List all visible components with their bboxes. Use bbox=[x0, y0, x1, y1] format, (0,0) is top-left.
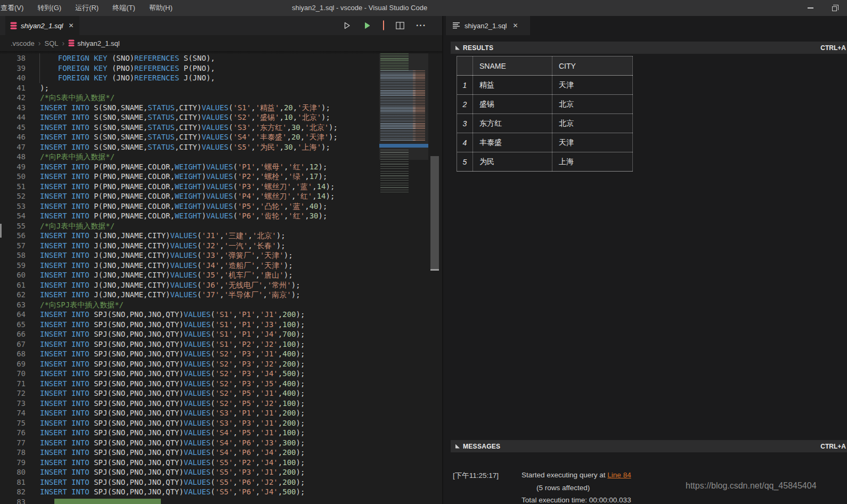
code-line[interactable]: 65INSERT INTO SPJ(SNO,PNO,JNO,QTY)VALUES… bbox=[0, 320, 338, 330]
cancel-query-button[interactable] bbox=[383, 21, 384, 30]
column-header[interactable] bbox=[457, 56, 473, 76]
code-line[interactable]: 62INSERT INTO J(JNO,JNAME,CITY)VALUES('J… bbox=[0, 290, 338, 300]
row-number-cell[interactable]: 2 bbox=[457, 95, 473, 114]
code-text: /*向SPJ表中插入数据*/ bbox=[40, 300, 124, 310]
table-row[interactable]: 3东方红北京 bbox=[457, 114, 633, 133]
column-header[interactable]: CITY bbox=[552, 56, 633, 76]
execute-button[interactable] bbox=[363, 21, 371, 30]
table-cell-city[interactable]: 北京 bbox=[552, 114, 633, 133]
code-line[interactable]: 45INSERT INTO S(SNO,SNAME,STATUS,CITY)VA… bbox=[0, 123, 338, 133]
editor-scrollbar[interactable] bbox=[429, 53, 440, 504]
menu-item[interactable]: 帮助(H) bbox=[142, 0, 180, 16]
table-cell-sname[interactable]: 丰泰盛 bbox=[473, 133, 552, 152]
code-line[interactable]: 72INSERT INTO SPJ(SNO,PNO,JNO,QTY)VALUES… bbox=[0, 388, 338, 399]
code-line[interactable]: 83 bbox=[0, 497, 338, 504]
row-number-cell[interactable]: 5 bbox=[457, 152, 473, 172]
table-cell-sname[interactable]: 盛锡 bbox=[473, 95, 552, 114]
code-line[interactable]: 56INSERT INTO J(JNO,JNAME,CITY)VALUES('J… bbox=[0, 231, 338, 241]
table-cell-city[interactable]: 天津 bbox=[552, 133, 633, 152]
code-line[interactable]: 44INSERT INTO S(SNO,SNAME,STATUS,CITY)VA… bbox=[0, 112, 338, 123]
code-line[interactable]: 60INSERT INTO J(JNO,JNAME,CITY)VALUES('J… bbox=[0, 270, 338, 280]
code-line[interactable]: 58INSERT INTO J(JNO,JNAME,CITY)VALUES('J… bbox=[0, 250, 338, 261]
more-actions-button[interactable]: ··· bbox=[416, 23, 426, 28]
row-number-cell[interactable]: 1 bbox=[457, 76, 473, 95]
code-text: INSERT INTO SPJ(SNO,PNO,JNO,QTY)VALUES('… bbox=[40, 458, 305, 468]
code-line[interactable]: 82INSERT INTO SPJ(SNO,PNO,JNO,QTY)VALUES… bbox=[0, 487, 338, 497]
code-line[interactable]: 40 FOREIGN KEY (JNO)REFERENCES J(JNO), bbox=[0, 73, 338, 83]
table-row[interactable]: 2盛锡北京 bbox=[457, 95, 633, 114]
scrollbar-thumb[interactable] bbox=[430, 156, 439, 269]
code-line[interactable]: 66INSERT INTO SPJ(SNO,PNO,JNO,QTY)VALUES… bbox=[0, 329, 338, 339]
code-line[interactable]: 59INSERT INTO J(JNO,JNAME,CITY)VALUES('J… bbox=[0, 261, 338, 271]
minimap[interactable] bbox=[379, 53, 428, 195]
tab-close-icon[interactable]: ✕ bbox=[69, 22, 74, 29]
minimize-icon bbox=[808, 7, 813, 8]
row-number-cell[interactable]: 4 bbox=[457, 133, 473, 152]
code-line[interactable]: 67INSERT INTO SPJ(SNO,PNO,JNO,QTY)VALUES… bbox=[0, 339, 338, 349]
editor-tab[interactable]: shiyan2_1.sql ✕ bbox=[5, 16, 79, 35]
run-query-button[interactable] bbox=[343, 21, 351, 30]
code-line[interactable]: 69INSERT INTO SPJ(SNO,PNO,JNO,QTY)VALUES… bbox=[0, 359, 338, 369]
table-row[interactable]: 4丰泰盛天津 bbox=[457, 133, 633, 152]
code-line[interactable]: 79INSERT INTO SPJ(SNO,PNO,JNO,QTY)VALUES… bbox=[0, 458, 338, 468]
code-line[interactable]: 73INSERT INTO SPJ(SNO,PNO,JNO,QTY)VALUES… bbox=[0, 399, 338, 409]
table-row[interactable]: 1精益天津 bbox=[457, 76, 633, 95]
restore-button[interactable] bbox=[822, 0, 847, 16]
code-line[interactable]: 64INSERT INTO SPJ(SNO,PNO,JNO,QTY)VALUES… bbox=[0, 310, 338, 320]
breadcrumb-item[interactable]: SQL bbox=[44, 39, 58, 47]
code-line[interactable]: 80INSERT INTO SPJ(SNO,PNO,JNO,QTY)VALUES… bbox=[0, 467, 338, 477]
menu-item[interactable]: 运行(R) bbox=[68, 0, 105, 16]
table-cell-city[interactable]: 天津 bbox=[552, 76, 633, 95]
code-line[interactable]: 50INSERT INTO P(PNO,PNAME,COLOR,WEIGHT)V… bbox=[0, 172, 338, 182]
code-line[interactable]: 41); bbox=[0, 83, 338, 93]
menu-item[interactable]: 查看(V) bbox=[0, 0, 30, 16]
code-line[interactable]: 63/*向SPJ表中插入数据*/ bbox=[0, 300, 338, 310]
code-line[interactable]: 78INSERT INTO SPJ(SNO,PNO,JNO,QTY)VALUES… bbox=[0, 448, 338, 458]
code-line[interactable]: 42/*向S表中插入数据*/ bbox=[0, 93, 338, 103]
code-editor[interactable]: 38 FOREIGN KEY (SNO)REFERENCES S(SNO),39… bbox=[0, 51, 442, 504]
menu-item[interactable]: 终端(T) bbox=[105, 0, 142, 16]
code-line[interactable]: 39 FOREIGN KEY (PNO)REFERENCES P(PNO), bbox=[0, 63, 338, 74]
table-cell-sname[interactable]: 精益 bbox=[473, 76, 552, 95]
code-line[interactable]: 49INSERT INTO P(PNO,PNAME,COLOR,WEIGHT)V… bbox=[0, 162, 338, 172]
code-line[interactable]: 68INSERT INTO SPJ(SNO,PNO,JNO,QTY)VALUES… bbox=[0, 349, 338, 359]
line-84-link[interactable]: Line 84 bbox=[607, 471, 631, 479]
code-line[interactable]: 70INSERT INTO SPJ(SNO,PNO,JNO,QTY)VALUES… bbox=[0, 369, 338, 379]
code-line[interactable]: 74INSERT INTO SPJ(SNO,PNO,JNO,QTY)VALUES… bbox=[0, 408, 338, 418]
code-line[interactable]: 47INSERT INTO S(SNO,SNAME,STATUS,CITY)VA… bbox=[0, 142, 338, 152]
table-cell-sname[interactable]: 东方红 bbox=[473, 114, 552, 133]
messages-section-header[interactable]: MESSAGES CTRL+A bbox=[451, 440, 847, 452]
code-line[interactable]: 55/*向J表中插入数据*/ bbox=[0, 221, 338, 231]
code-line[interactable]: 61INSERT INTO J(JNO,JNAME,CITY)VALUES('J… bbox=[0, 280, 338, 290]
results-section-header[interactable]: RESULTS CTRL+A bbox=[451, 42, 847, 54]
code-line[interactable]: 38 FOREIGN KEY (SNO)REFERENCES S(SNO), bbox=[0, 53, 338, 63]
code-line[interactable]: 77INSERT INTO SPJ(SNO,PNO,JNO,QTY)VALUES… bbox=[0, 438, 338, 448]
breadcrumb-item[interactable]: .vscode bbox=[11, 39, 35, 47]
column-header[interactable]: SNAME bbox=[473, 56, 552, 76]
breadcrumb-item[interactable]: shiyan2_1.sql bbox=[68, 39, 120, 47]
code-line[interactable]: 57INSERT INTO J(JNO,JNAME,CITY)VALUES('J… bbox=[0, 241, 338, 251]
split-editor-button[interactable] bbox=[396, 22, 404, 29]
table-row[interactable]: 5为民上海 bbox=[457, 152, 633, 172]
minimap-slider[interactable] bbox=[379, 53, 428, 160]
code-line[interactable]: 53INSERT INTO P(PNO,PNAME,COLOR,WEIGHT)V… bbox=[0, 201, 338, 212]
code-line[interactable]: 76INSERT INTO SPJ(SNO,PNO,JNO,QTY)VALUES… bbox=[0, 428, 338, 438]
code-line[interactable]: 48/*向P表中插入数据*/ bbox=[0, 152, 338, 162]
code-line[interactable]: 43INSERT INTO S(SNO,SNAME,STATUS,CITY)VA… bbox=[0, 103, 338, 113]
code-line[interactable]: 54INSERT INTO P(PNO,PNAME,COLOR,WEIGHT)V… bbox=[0, 211, 338, 221]
panel-tab-close-icon[interactable]: ✕ bbox=[513, 22, 518, 29]
minimize-button[interactable] bbox=[798, 0, 822, 16]
code-line[interactable]: 52INSERT INTO P(PNO,PNAME,COLOR,WEIGHT)V… bbox=[0, 191, 338, 201]
table-cell-city[interactable]: 上海 bbox=[552, 152, 633, 172]
code-line[interactable]: 71INSERT INTO SPJ(SNO,PNO,JNO,QTY)VALUES… bbox=[0, 379, 338, 389]
code-text: /*向J表中插入数据*/ bbox=[40, 221, 115, 231]
row-number-cell[interactable]: 3 bbox=[457, 114, 473, 133]
code-line[interactable]: 51INSERT INTO P(PNO,PNAME,COLOR,WEIGHT)V… bbox=[0, 182, 338, 192]
code-line[interactable]: 75INSERT INTO SPJ(SNO,PNO,JNO,QTY)VALUES… bbox=[0, 418, 338, 428]
results-panel-tab[interactable]: shiyan2_1.sql ✕ bbox=[446, 16, 530, 35]
code-line[interactable]: 81INSERT INTO SPJ(SNO,PNO,JNO,QTY)VALUES… bbox=[0, 477, 338, 487]
menu-item[interactable]: 转到(G) bbox=[30, 0, 68, 16]
table-cell-city[interactable]: 北京 bbox=[552, 95, 633, 114]
code-line[interactable]: 46INSERT INTO S(SNO,SNAME,STATUS,CITY)VA… bbox=[0, 132, 338, 142]
table-cell-sname[interactable]: 为民 bbox=[473, 152, 552, 172]
